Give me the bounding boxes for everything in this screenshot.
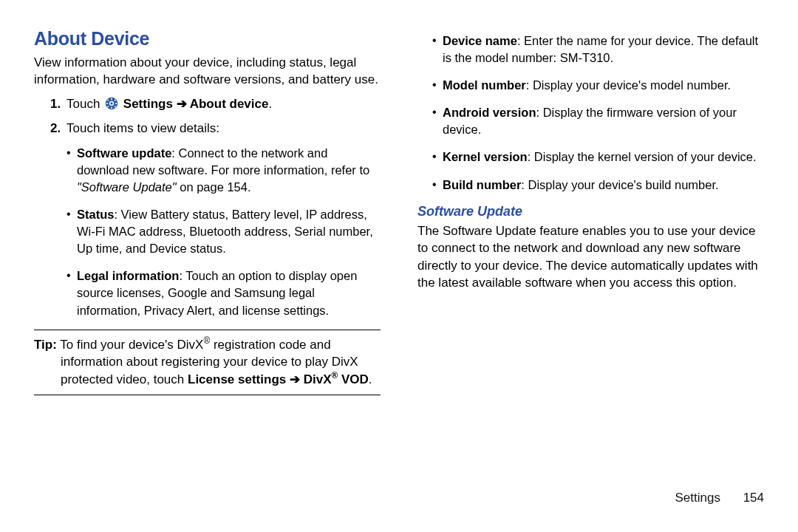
svg-rect-4	[106, 103, 108, 104]
r4-label: Kernel version	[443, 150, 528, 163]
step-number-2: 2.	[50, 120, 61, 137]
b2-text: : View Battery status, Battery level, IP…	[77, 208, 373, 255]
settings-gear-icon	[105, 97, 118, 110]
svg-rect-3	[111, 107, 112, 109]
r1-label: Device name	[443, 34, 517, 47]
bullet-legal-information: Legal information: Touch an option to di…	[66, 267, 381, 318]
footer-page-number: 154	[743, 491, 764, 505]
b1-label: Software update	[77, 146, 171, 160]
bullet-status: Status: View Battery status, Battery lev…	[66, 206, 381, 257]
software-update-body: The Software Update feature enables you …	[417, 222, 764, 292]
footer-chapter: Settings	[675, 491, 720, 505]
manual-page: About Device View information about your…	[0, 0, 798, 395]
about-device-heading: About Device	[34, 28, 381, 50]
tip-label: Tip:	[34, 338, 57, 352]
steps-list: 1. Touch	[34, 96, 381, 137]
bullet-software-update: Software update: Connect to the network …	[66, 145, 381, 196]
bullet-kernel-version: Kernel version: Display the kernel versi…	[432, 149, 764, 166]
left-column: About Device View information about your…	[34, 28, 381, 395]
tip-bold1: License settings ➔ DivX	[188, 372, 331, 386]
bullet-model-number: Model number: Display your device's mode…	[432, 77, 764, 94]
r5-label: Build number	[443, 178, 521, 191]
tip-l1b: registration code and	[210, 338, 331, 352]
b1-text2: on page 154.	[177, 180, 251, 194]
r4-text: : Display the kernel version of your dev…	[528, 150, 757, 163]
left-bullets: Software update: Connect to the network …	[34, 145, 381, 319]
r5-text: : Display your device's build number.	[521, 178, 718, 191]
reg-mark-1: ®	[203, 335, 210, 346]
tip-bold2: VOD	[338, 372, 369, 386]
about-device-intro: View information about your device, incl…	[34, 54, 381, 89]
bullet-device-name: Device name: Enter the name for your dev…	[432, 33, 764, 66]
software-update-heading: Software Update	[417, 204, 764, 219]
reg-mark-2: ®	[331, 371, 338, 381]
r2-text: : Display your device's model number.	[526, 78, 731, 92]
step1-path: Settings ➔ About device	[123, 97, 269, 111]
step1-suffix: .	[268, 97, 272, 111]
b3-label: Legal information	[77, 269, 179, 282]
right-bullets: Device name: Enter the name for your dev…	[417, 33, 764, 194]
step-1: 1. Touch	[50, 96, 381, 113]
step1-prefix: Touch	[66, 97, 103, 111]
page-footer: Settings 154	[675, 491, 764, 505]
right-column: Device name: Enter the name for your dev…	[417, 28, 764, 395]
tip-line2: information about registering your devic…	[34, 353, 381, 371]
tip-l3a: protected video, touch	[61, 372, 188, 386]
bullet-build-number: Build number: Display your device's buil…	[432, 177, 764, 194]
step-2: 2. Touch items to view details:	[50, 120, 381, 137]
svg-rect-5	[115, 103, 117, 104]
bullet-android-version: Android version: Display the firmware ve…	[432, 104, 764, 138]
b2-label: Status	[77, 208, 114, 221]
r2-label: Model number	[443, 78, 526, 92]
tip-end: .	[369, 372, 372, 386]
r3-label: Android version	[443, 106, 536, 119]
tip-l1a: To find your device's DivX	[57, 338, 204, 352]
step-number-1: 1.	[50, 96, 61, 113]
step2-text: Touch items to view details:	[66, 121, 219, 135]
svg-rect-2	[111, 98, 112, 100]
b1-ref: "Software Update"	[77, 180, 177, 194]
tip-block: Tip: To find your device's DivX® registr…	[34, 330, 381, 395]
